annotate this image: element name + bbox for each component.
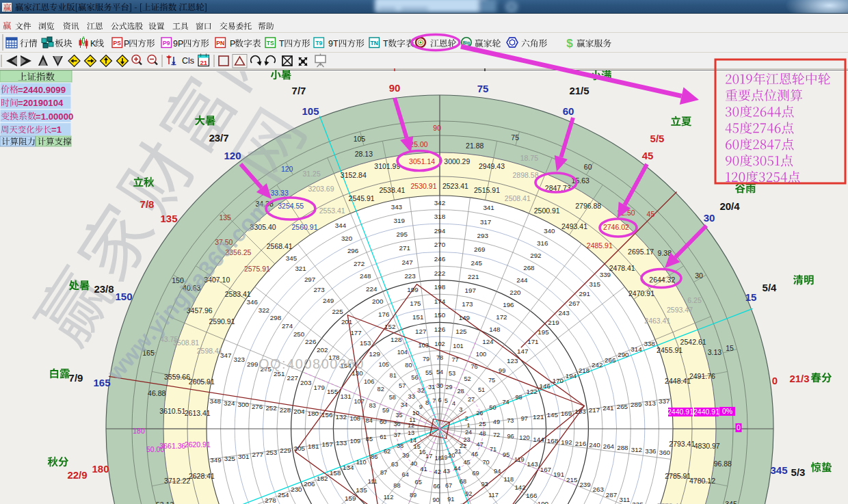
svg-text:293: 293 — [477, 232, 489, 239]
svg-text:7: 7 — [432, 397, 436, 404]
svg-text:3: 3 — [459, 406, 462, 413]
svg-text:$: $ — [566, 37, 573, 50]
svg-text:92: 92 — [465, 490, 472, 497]
svg-text:97: 97 — [521, 415, 528, 422]
svg-text:49: 49 — [493, 419, 500, 425]
svg-text:56: 56 — [411, 374, 418, 381]
svg-text:75: 75 — [477, 83, 489, 94]
svg-text:23: 23 — [463, 436, 470, 443]
svg-text:5/4: 5/4 — [763, 282, 778, 293]
svg-text:218: 218 — [579, 367, 590, 374]
svg-text:197: 197 — [465, 287, 476, 294]
svg-text:2440.91: 2440.91 — [693, 408, 719, 416]
svg-text:90: 90 — [432, 496, 439, 503]
svg-text:2470.91: 2470.91 — [628, 289, 654, 297]
svg-text:221: 221 — [468, 273, 479, 280]
svg-text:2560.91: 2560.91 — [292, 223, 318, 231]
svg-text:132: 132 — [336, 413, 347, 421]
svg-text:335: 335 — [632, 501, 644, 504]
svg-text:268: 268 — [523, 264, 535, 271]
svg-text:120: 120 — [224, 150, 241, 161]
svg-text:1: 1 — [466, 422, 470, 429]
svg-text:27: 27 — [468, 396, 475, 403]
svg-text:21.88: 21.88 — [466, 142, 483, 150]
svg-text:39: 39 — [402, 452, 409, 459]
svg-text:PS: PS — [114, 40, 122, 47]
svg-text:149: 149 — [459, 314, 470, 321]
svg-text:31.25: 31.25 — [302, 170, 320, 178]
svg-text:0: 0 — [737, 423, 741, 432]
svg-text:21/5: 21/5 — [569, 85, 589, 96]
svg-text:142: 142 — [514, 483, 525, 491]
svg-text:182: 182 — [317, 475, 328, 482]
svg-text:267: 267 — [569, 300, 580, 307]
svg-text:133: 133 — [336, 439, 347, 447]
svg-text:26: 26 — [476, 410, 483, 416]
svg-text:QQ:400800360: QQ:400800360 — [259, 356, 365, 371]
svg-text:194: 194 — [566, 372, 577, 380]
svg-text:0%: 0% — [722, 407, 732, 415]
svg-text:340: 340 — [544, 227, 555, 235]
svg-text:18.75: 18.75 — [520, 154, 538, 162]
svg-text:5/5: 5/5 — [650, 133, 665, 144]
svg-text:95: 95 — [503, 451, 509, 458]
svg-text:273: 273 — [313, 286, 325, 293]
svg-text:63: 63 — [391, 461, 398, 468]
svg-text:316: 316 — [537, 239, 548, 247]
svg-text:2485.91: 2485.91 — [587, 241, 613, 250]
svg-text:40: 40 — [410, 460, 417, 467]
svg-text:321: 321 — [295, 265, 306, 272]
svg-text:337: 337 — [659, 397, 670, 405]
svg-text:2796.88: 2796.88 — [575, 202, 601, 210]
svg-text:2: 2 — [465, 415, 468, 422]
svg-text:274: 274 — [282, 322, 293, 330]
svg-text:25: 25 — [479, 421, 486, 427]
svg-text:215: 215 — [566, 476, 578, 483]
svg-text:3254.55: 3254.55 — [278, 202, 304, 210]
svg-text:89: 89 — [410, 492, 416, 499]
svg-text:156: 156 — [321, 411, 333, 419]
svg-text:104: 104 — [397, 349, 408, 356]
svg-text:180: 180 — [308, 410, 319, 417]
svg-text:239: 239 — [579, 481, 590, 488]
svg-text:25.00: 25.00 — [410, 140, 427, 148]
svg-text:61: 61 — [380, 434, 386, 440]
svg-text:32: 32 — [417, 387, 424, 394]
svg-text:20/4: 20/4 — [719, 200, 740, 212]
svg-text:8: 8 — [425, 399, 429, 406]
svg-text:248: 248 — [360, 272, 371, 280]
svg-text:240: 240 — [589, 441, 600, 449]
svg-text:90: 90 — [389, 82, 401, 94]
svg-text:225: 225 — [332, 308, 343, 315]
svg-text:165: 165 — [93, 377, 110, 388]
svg-text:126: 126 — [434, 326, 446, 333]
svg-text:2538.41: 2538.41 — [379, 186, 405, 194]
svg-text:204: 204 — [293, 408, 305, 415]
svg-text:325: 325 — [224, 455, 236, 462]
svg-text:2463.41: 2463.41 — [644, 317, 670, 325]
svg-text:181: 181 — [308, 442, 319, 450]
svg-text:287: 287 — [606, 491, 617, 499]
svg-text:83: 83 — [369, 402, 375, 409]
svg-text:30: 30 — [436, 382, 443, 389]
svg-text:290: 290 — [618, 351, 629, 358]
svg-text:343: 343 — [391, 203, 403, 211]
svg-text:13: 13 — [408, 429, 414, 436]
svg-text:67: 67 — [445, 482, 452, 489]
svg-text:202: 202 — [317, 346, 328, 354]
svg-text:66: 66 — [433, 483, 440, 490]
svg-text:226: 226 — [305, 338, 317, 345]
svg-text:201: 201 — [341, 318, 352, 326]
svg-text:6.25: 6.25 — [687, 296, 702, 304]
svg-text:69: 69 — [472, 470, 479, 477]
svg-text:323: 323 — [234, 356, 246, 363]
svg-text:2590.91: 2590.91 — [209, 317, 235, 326]
svg-text:82: 82 — [377, 386, 384, 393]
svg-text:205: 205 — [294, 445, 306, 452]
svg-text:264: 264 — [603, 442, 615, 450]
svg-text:158: 158 — [330, 469, 341, 477]
svg-text:295: 295 — [397, 230, 408, 238]
svg-text:171: 171 — [527, 338, 538, 345]
svg-text:96.88: 96.88 — [714, 460, 732, 468]
svg-text:P: P — [124, 39, 129, 49]
